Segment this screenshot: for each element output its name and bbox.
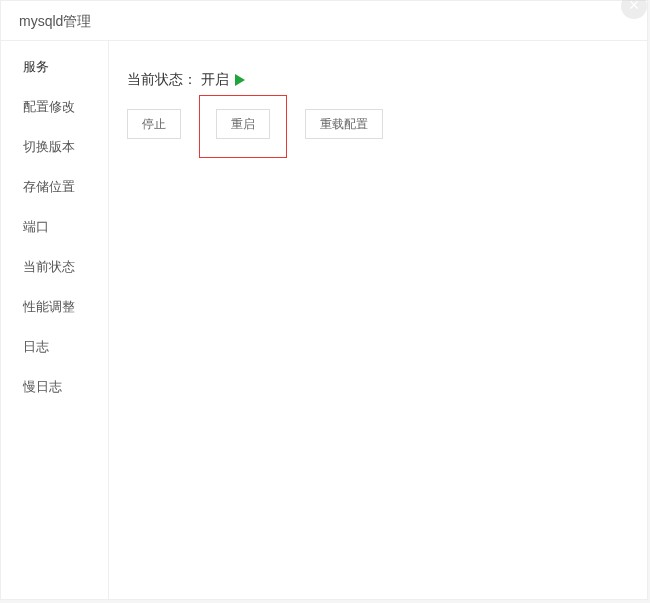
reload-config-button[interactable]: 重载配置 [305, 109, 383, 139]
sidebar-item-label: 端口 [23, 219, 49, 234]
sidebar-item-current-status[interactable]: 当前状态 [1, 247, 108, 287]
sidebar-item-label: 切换版本 [23, 139, 75, 154]
sidebar-item-config-edit[interactable]: 配置修改 [1, 87, 108, 127]
sidebar-item-slow-log[interactable]: 慢日志 [1, 367, 108, 407]
mysqld-manage-dialog: mysqld管理 × 服务 配置修改 切换版本 存储位置 端口 当前状态 [0, 0, 648, 600]
dialog-header: mysqld管理 × [1, 1, 647, 41]
sidebar-item-label: 存储位置 [23, 179, 75, 194]
play-icon [235, 74, 245, 86]
sidebar-item-log[interactable]: 日志 [1, 327, 108, 367]
sidebar-item-label: 服务 [23, 59, 49, 74]
status-line: 当前状态： 开启 [127, 71, 629, 89]
status-value: 开启 [201, 71, 229, 89]
button-row: 停止 重启 重载配置 [127, 109, 629, 158]
sidebar-item-storage-location[interactable]: 存储位置 [1, 167, 108, 207]
sidebar-item-label: 日志 [23, 339, 49, 354]
sidebar: 服务 配置修改 切换版本 存储位置 端口 当前状态 性能调整 日志 [1, 41, 109, 599]
sidebar-item-label: 慢日志 [23, 379, 62, 394]
sidebar-item-label: 当前状态 [23, 259, 75, 274]
sidebar-item-port[interactable]: 端口 [1, 207, 108, 247]
sidebar-item-label: 性能调整 [23, 299, 75, 314]
dialog-title: mysqld管理 [19, 13, 91, 29]
highlight-box: 重启 [199, 95, 287, 158]
status-label: 当前状态： [127, 71, 197, 89]
close-icon[interactable]: × [621, 0, 647, 19]
content-panel: 当前状态： 开启 停止 重启 重载配置 [109, 41, 647, 599]
sidebar-item-switch-version[interactable]: 切换版本 [1, 127, 108, 167]
sidebar-item-label: 配置修改 [23, 99, 75, 114]
stop-button[interactable]: 停止 [127, 109, 181, 139]
sidebar-item-performance-tuning[interactable]: 性能调整 [1, 287, 108, 327]
sidebar-item-service[interactable]: 服务 [1, 47, 108, 87]
restart-button[interactable]: 重启 [216, 109, 270, 139]
